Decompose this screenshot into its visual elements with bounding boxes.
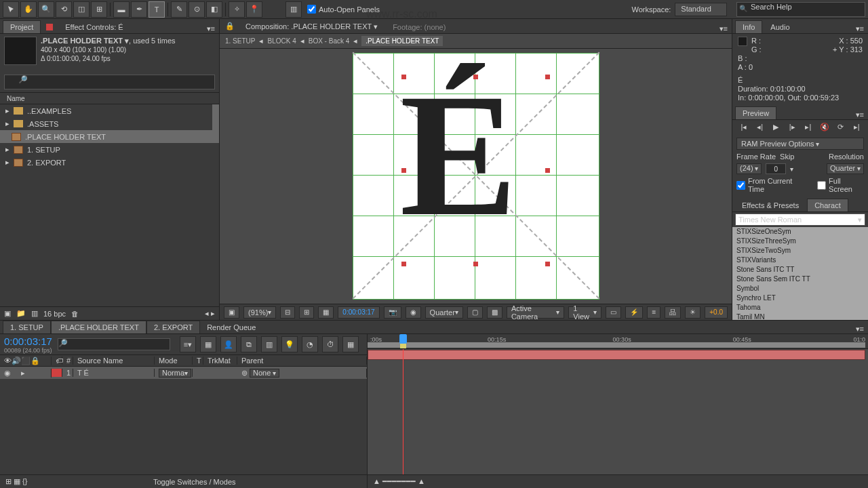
font-list-item[interactable]: Synchro LET xyxy=(732,293,868,303)
project-item[interactable]: ▸..EXAMPLES xyxy=(0,104,219,117)
roi-icon[interactable]: ▢ xyxy=(467,306,483,319)
font-list-item[interactable]: STIXSizeOneSym xyxy=(732,227,868,237)
auto-keyframe-icon[interactable]: ◔ xyxy=(302,336,318,352)
roto-tool[interactable]: ✧ xyxy=(229,1,245,18)
panel-icon[interactable]: ▥ xyxy=(285,1,302,18)
camera-dropdown[interactable]: Active Camera ▾ xyxy=(507,306,564,319)
font-list-item[interactable]: Tamil MN xyxy=(732,312,868,320)
camera-tool[interactable]: ◫ xyxy=(73,1,90,18)
project-tab[interactable]: Project xyxy=(3,20,41,33)
first-frame-icon[interactable]: |◂ xyxy=(738,123,750,134)
effects-presets-tab[interactable]: Effects & Presets xyxy=(735,199,806,211)
channel-icon[interactable]: ◉ xyxy=(406,306,421,319)
font-list-item[interactable]: Tahoma xyxy=(732,303,868,312)
panel-menu-icon[interactable]: ▾≡ xyxy=(852,24,868,33)
comp-tab[interactable]: Composition: .PLACE HOLDER TEXT ▾ xyxy=(239,20,384,33)
lock-icon[interactable]: 🔒 xyxy=(222,22,237,33)
motion-blur-icon[interactable]: ▥ xyxy=(261,336,277,352)
font-list-item[interactable]: STIXSizeTwoSym xyxy=(732,246,868,256)
brush-tool[interactable]: ✎ xyxy=(171,1,187,18)
font-list-item[interactable]: Stone Sans Sem ITC TT xyxy=(732,274,868,284)
comp-mini-icon[interactable]: ≡▾ xyxy=(180,336,196,352)
project-item[interactable]: ▸1. SETUP xyxy=(0,143,219,156)
loop-icon[interactable]: ⟳ xyxy=(835,123,847,134)
type-tool[interactable]: T xyxy=(149,1,165,18)
res-half-icon[interactable]: ⊟ xyxy=(280,306,295,319)
transparency-icon[interactable]: ▩ xyxy=(487,306,502,319)
selection-tool[interactable] xyxy=(3,1,19,18)
mute-icon[interactable]: 🔇 xyxy=(818,123,831,134)
next-frame-icon[interactable]: |▸ xyxy=(786,123,798,134)
graph-editor-icon[interactable]: ⏱ xyxy=(322,336,338,352)
panel-menu-icon[interactable]: ▾≡ xyxy=(852,325,868,333)
zoom-slider[interactable]: ▲ ━━━━━━━ ▲ xyxy=(373,477,425,486)
project-item[interactable]: ▸.ASSETS xyxy=(0,117,219,130)
trash-icon[interactable]: 🗑 xyxy=(71,310,79,318)
rect-tool[interactable]: ▬ xyxy=(113,1,130,18)
pan-behind-tool[interactable]: ⊞ xyxy=(91,1,107,18)
cti-head[interactable] xyxy=(399,334,407,344)
bpc-button[interactable]: 16 bpc xyxy=(43,310,66,318)
toggle-switches-button[interactable]: ⊞ ▦ {} xyxy=(5,477,27,486)
search-help-input[interactable]: Search Help xyxy=(736,2,865,17)
quality-dropdown[interactable]: Quarter ▾ xyxy=(425,306,463,319)
new-folder-icon[interactable]: 📁 xyxy=(16,309,26,318)
brainstorm-icon[interactable]: 💡 xyxy=(281,336,298,352)
new-comp-icon[interactable]: ▥ xyxy=(31,309,38,318)
font-list-item[interactable]: STIXSizeThreeSym xyxy=(732,237,868,246)
hand-tool[interactable]: ✋ xyxy=(20,1,37,18)
timeline-layer-row[interactable]: ◉ ▸ 1 T É Norma▾ ⊚ None ▾ xyxy=(0,367,367,379)
always-preview-icon[interactable]: ▣ xyxy=(224,306,239,319)
mask-toggle-icon[interactable]: ▦ xyxy=(318,306,334,319)
project-item-list[interactable]: ▸..EXAMPLES ▸.ASSETS .PLACE HOLDER TEXT … xyxy=(0,104,219,306)
play-icon[interactable]: ▶ xyxy=(770,123,783,134)
safe-zones-icon[interactable]: ⊞ xyxy=(299,306,314,319)
info-tab[interactable]: Info xyxy=(735,20,762,33)
fast-preview-icon[interactable]: ⚡ xyxy=(625,306,643,319)
puppet-tool[interactable]: 📍 xyxy=(246,1,262,18)
project-item[interactable]: .PLACE HOLDER TEXT xyxy=(0,130,219,143)
panel-menu-icon[interactable]: ▾≡ xyxy=(203,24,219,33)
ram-options-dropdown[interactable]: RAM Preview Options ▾ xyxy=(736,138,864,150)
skip-input[interactable] xyxy=(766,163,786,174)
framerate-dropdown[interactable]: (24) ▾ xyxy=(736,163,762,174)
project-column-name[interactable]: Name xyxy=(0,92,219,104)
font-list-item[interactable]: Symbol xyxy=(732,284,868,293)
preview-tab[interactable]: Preview xyxy=(735,106,776,119)
marker-icon[interactable] xyxy=(400,344,406,348)
ram-preview-icon[interactable]: ▸| xyxy=(850,123,863,134)
footage-tab[interactable]: Footage: (none) xyxy=(386,21,452,33)
timeline-tracks[interactable] xyxy=(368,349,868,474)
scrollbar[interactable] xyxy=(212,104,219,130)
timeline-timecode[interactable]: 0:00:03:17 xyxy=(4,336,52,347)
current-time-indicator[interactable] xyxy=(403,349,403,474)
toggle-switches-label[interactable]: Toggle Switches / Modes xyxy=(153,478,236,486)
project-item[interactable]: ▸2. EXPORT xyxy=(0,156,219,169)
timeline-tab[interactable]: 1. SETUP xyxy=(3,321,51,333)
from-current-checkbox[interactable] xyxy=(736,181,745,190)
workspace-dropdown[interactable]: Standard xyxy=(675,3,727,16)
zoom-dropdown[interactable]: (91%) ▾ xyxy=(243,306,276,319)
timeline-icon[interactable]: ≡ xyxy=(647,306,660,319)
last-frame-icon[interactable]: ▸| xyxy=(802,123,814,134)
full-screen-checkbox[interactable] xyxy=(817,181,826,190)
flowchart-icon[interactable]: 品 xyxy=(665,306,681,319)
parent-dropdown[interactable]: None ▾ xyxy=(250,369,279,378)
pen-tool[interactable]: ✒ xyxy=(131,1,147,18)
work-area-bar[interactable] xyxy=(368,342,865,348)
exposure-icon[interactable]: ☀ xyxy=(685,306,701,319)
eraser-tool[interactable]: ◧ xyxy=(206,1,222,18)
effect-controls-tab[interactable]: Effect Controls: É xyxy=(58,21,130,33)
viewer-timecode[interactable]: 0:00:03:17 xyxy=(338,306,379,319)
mode-dropdown[interactable]: Norma▾ xyxy=(159,369,191,378)
flow-item[interactable]: BOX - Back 4 xyxy=(309,37,350,45)
audio-tab[interactable]: Audio xyxy=(764,21,796,33)
font-family-dropdown[interactable]: Times New Roman▾ xyxy=(735,214,865,226)
flow-item[interactable]: .PLACE HOLDER TEXT xyxy=(361,36,443,46)
rotate-tool[interactable]: ⟲ xyxy=(56,1,72,18)
zoom-tool[interactable]: 🔍 xyxy=(38,1,54,18)
character-tab[interactable]: Charact xyxy=(807,199,848,211)
timeline-tab[interactable]: 2. EXPORT xyxy=(146,321,200,333)
timeline-ruler[interactable]: :00s 00:15s 00:30s 00:45s 01:0 xyxy=(368,334,868,349)
snapshot-icon[interactable]: 📷 xyxy=(384,306,401,319)
